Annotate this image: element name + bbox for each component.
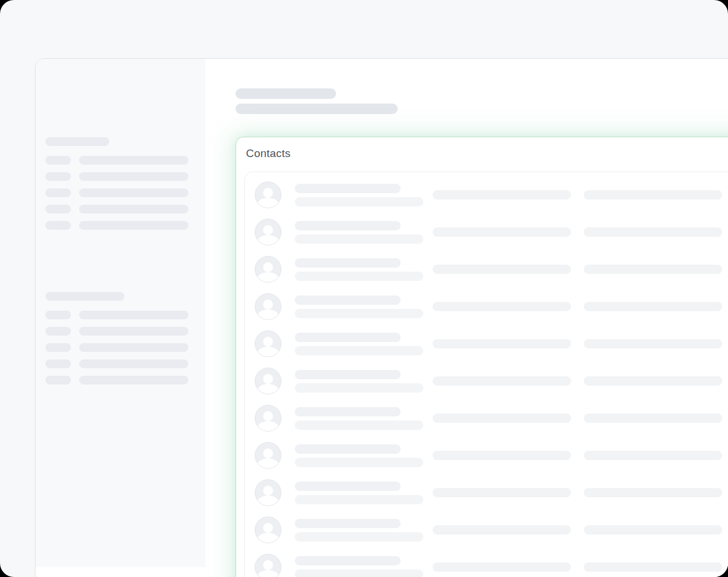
contact-subtitle-skeleton xyxy=(295,309,423,318)
contact-name-skeleton xyxy=(295,482,401,491)
contacts-list-card xyxy=(244,172,728,577)
contact-detail-skeleton xyxy=(433,525,571,535)
contact-row[interactable] xyxy=(245,474,728,511)
contact-name-block xyxy=(295,333,423,355)
contact-name-block xyxy=(295,556,423,577)
person-avatar-icon xyxy=(255,405,281,432)
contact-detail2-skeleton xyxy=(584,302,722,311)
contact-name-block xyxy=(295,221,423,244)
contact-name-block xyxy=(295,444,423,467)
contact-name-skeleton xyxy=(295,258,401,268)
contact-name-skeleton xyxy=(295,444,401,454)
contact-name-block xyxy=(295,407,423,430)
contact-detail2-skeleton xyxy=(584,562,722,572)
sidebar-item-icon-skeleton xyxy=(45,205,71,213)
sidebar-nav-group xyxy=(45,292,188,392)
contact-subtitle-skeleton xyxy=(295,495,423,504)
sidebar-item[interactable] xyxy=(45,188,188,197)
contact-detail-skeleton xyxy=(433,190,571,200)
contact-row[interactable] xyxy=(245,400,728,437)
contact-row[interactable] xyxy=(245,213,728,251)
sidebar-nav-group xyxy=(45,137,188,237)
contact-detail-skeleton xyxy=(433,414,571,423)
app-background: Contacts xyxy=(0,0,728,577)
contact-name-skeleton xyxy=(295,221,401,230)
sidebar-item[interactable] xyxy=(45,327,188,336)
contact-subtitle-skeleton xyxy=(295,458,423,467)
person-avatar-icon xyxy=(255,181,281,208)
contact-detail-skeleton xyxy=(433,451,571,460)
contact-subtitle-skeleton xyxy=(295,421,423,430)
contact-row[interactable] xyxy=(245,251,728,288)
contact-row[interactable] xyxy=(245,437,728,474)
contact-row[interactable] xyxy=(245,362,728,400)
sidebar-item[interactable] xyxy=(45,221,188,230)
contact-name-skeleton xyxy=(295,556,401,565)
contact-row[interactable] xyxy=(245,548,728,577)
contact-name-block xyxy=(295,258,423,281)
sidebar-item-icon-skeleton xyxy=(45,221,71,230)
contact-name-skeleton xyxy=(295,333,401,342)
sidebar-item[interactable] xyxy=(45,205,188,213)
sidebar-item-label-skeleton xyxy=(79,221,188,230)
sidebar-items xyxy=(45,156,188,230)
contact-name-block xyxy=(295,295,423,318)
contact-detail2-skeleton xyxy=(584,488,722,497)
contact-detail2-skeleton xyxy=(584,451,722,460)
person-avatar-icon xyxy=(255,256,281,283)
sidebar-item-icon-skeleton xyxy=(45,311,71,319)
contact-row[interactable] xyxy=(245,176,728,213)
sidebar-item[interactable] xyxy=(45,156,188,165)
contact-subtitle-skeleton xyxy=(295,272,423,281)
sidebar-item-label-skeleton xyxy=(79,156,188,165)
person-avatar-icon xyxy=(255,368,281,394)
contact-subtitle-skeleton xyxy=(295,234,423,244)
person-avatar-icon xyxy=(255,517,281,543)
contact-row[interactable] xyxy=(245,325,728,362)
sidebar-item-icon-skeleton xyxy=(45,359,71,368)
contact-detail-skeleton xyxy=(433,562,571,572)
sidebar-item[interactable] xyxy=(45,172,188,181)
contact-subtitle-skeleton xyxy=(295,197,423,206)
sidebar-item-label-skeleton xyxy=(79,327,188,336)
page-title-skeleton xyxy=(235,88,336,99)
contact-name-block xyxy=(295,184,423,206)
contact-detail2-skeleton xyxy=(584,265,722,274)
contact-detail2-skeleton xyxy=(584,525,722,535)
person-avatar-icon xyxy=(255,293,281,320)
contact-row[interactable] xyxy=(245,288,728,325)
contact-name-skeleton xyxy=(295,184,401,193)
person-avatar-icon xyxy=(255,554,281,577)
contact-detail2-skeleton xyxy=(584,339,722,348)
sidebar-item-icon-skeleton xyxy=(45,156,71,165)
contact-detail2-skeleton xyxy=(584,376,722,386)
page-subtitle-skeleton xyxy=(235,104,398,114)
contact-name-skeleton xyxy=(295,519,401,528)
sidebar-group-header-skeleton xyxy=(45,137,109,146)
sidebar-item-icon-skeleton xyxy=(45,376,71,384)
contact-subtitle-skeleton xyxy=(295,532,423,542)
contacts-list xyxy=(245,172,728,577)
contact-subtitle-skeleton xyxy=(295,346,423,355)
sidebar-item[interactable] xyxy=(45,311,188,319)
sidebar-item[interactable] xyxy=(45,343,188,352)
contact-row[interactable] xyxy=(245,511,728,548)
sidebar-item[interactable] xyxy=(45,376,188,384)
contact-detail-skeleton xyxy=(433,265,571,274)
app-window: Contacts xyxy=(35,58,728,577)
contact-name-skeleton xyxy=(295,295,401,305)
sidebar-item[interactable] xyxy=(45,359,188,368)
person-avatar-icon xyxy=(255,442,281,469)
contact-subtitle-skeleton xyxy=(295,383,423,393)
sidebar-item-icon-skeleton xyxy=(45,327,71,336)
sidebar-item-icon-skeleton xyxy=(45,343,71,352)
contact-detail-skeleton xyxy=(433,339,571,348)
contacts-panel-title: Contacts xyxy=(246,147,728,161)
sidebar-item-label-skeleton xyxy=(79,188,188,197)
sidebar-item-label-skeleton xyxy=(79,343,188,352)
contact-detail-skeleton xyxy=(433,488,571,497)
contact-subtitle-skeleton xyxy=(295,569,423,577)
sidebar-items xyxy=(45,311,188,384)
person-avatar-icon xyxy=(255,219,281,245)
contact-name-block xyxy=(295,370,423,393)
